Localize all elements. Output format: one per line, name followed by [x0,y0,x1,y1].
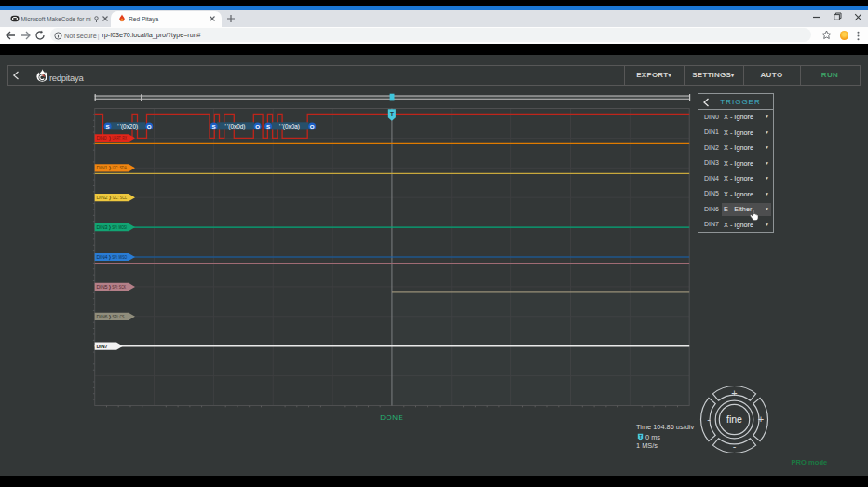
svg-text:❯ SPI: CS: ❯ SPI: CS [109,314,125,320]
svg-text:DIN2: DIN2 [97,195,108,200]
svg-text:DIN3: DIN3 [97,224,108,230]
svg-text:+: + [731,387,737,399]
svg-text:+: + [758,413,764,425]
svg-text:DIN5: DIN5 [97,284,108,290]
svg-text:O: O [147,123,152,129]
svg-text:S: S [212,123,216,129]
svg-text:❯ I2C: SDA: ❯ I2C: SDA [109,165,128,171]
svg-text:DIN1: DIN1 [97,165,108,170]
svg-text:DONE: DONE [380,413,403,422]
svg-text:❯ SPI: MISO: ❯ SPI: MISO [109,254,128,261]
svg-text:' '(0x0d): ' '(0x0d) [225,123,246,130]
svg-text:' '(0x0a): ' '(0x0a) [279,123,300,130]
svg-text:' '(0x20): ' '(0x20) [117,123,138,130]
svg-text:❯ SPI: SCK: ❯ SPI: SCK [109,284,127,291]
svg-text:T: T [390,111,394,117]
svg-text:fine: fine [726,413,742,425]
svg-text:DIN0: DIN0 [97,135,107,141]
svg-text:-: - [707,413,711,425]
svg-text:S: S [106,123,110,129]
svg-text:T: T [639,434,642,439]
svg-text:❯ I2C: SCL: ❯ I2C: SCL [109,195,128,201]
svg-text:-: - [733,440,737,452]
svg-text:DIN7: DIN7 [97,344,108,349]
svg-text:S: S [266,123,270,129]
svg-text:O: O [310,123,315,129]
svg-text:❯ SPI: MOSI: ❯ SPI: MOSI [109,224,128,231]
svg-text:DIN4: DIN4 [97,254,108,260]
svg-text:O: O [255,123,260,129]
svg-text:DIN6: DIN6 [97,314,108,319]
svg-text:❯ UART: RX: ❯ UART: RX [109,135,128,142]
